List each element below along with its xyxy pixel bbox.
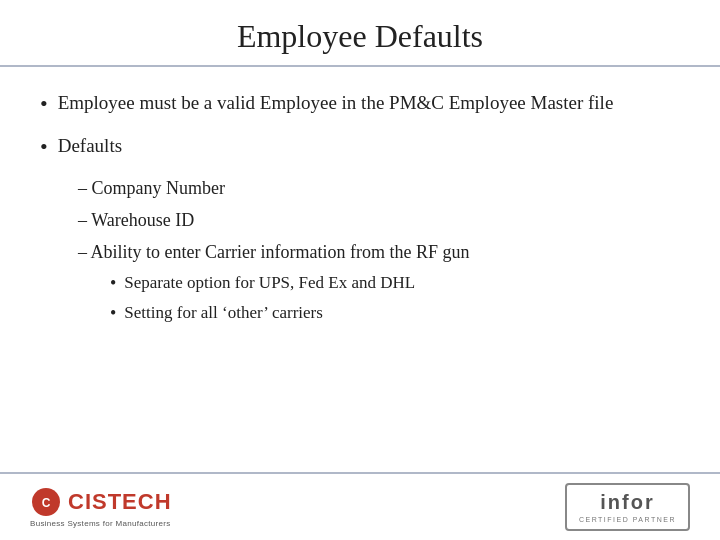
sub-sub-bullet-1: • Separate option for UPS, Fed Ex and DH… (110, 271, 680, 296)
sub-sub-bullet-2-dot: • (110, 301, 116, 326)
cistech-logo-top: C CISTECH (30, 486, 172, 518)
sub-bullet-2: – Warehouse ID (78, 207, 680, 233)
bullet-1-dot: • (40, 89, 48, 120)
slide-footer: C CISTECH Business Systems for Manufactu… (0, 472, 720, 540)
sub-sub-bullet-1-dot: • (110, 271, 116, 296)
slide-content: • Employee must be a valid Employee in t… (0, 67, 720, 472)
bullet-1: • Employee must be a valid Employee in t… (40, 89, 680, 120)
bullet-2-dot: • (40, 132, 48, 163)
infor-logo: infor CERTIFIED PARTNER (565, 483, 690, 531)
cistech-icon: C (30, 486, 62, 518)
cistech-logo: C CISTECH Business Systems for Manufactu… (30, 486, 172, 528)
bullet-1-text: Employee must be a valid Employee in the… (58, 89, 614, 117)
infor-certified: CERTIFIED PARTNER (579, 516, 676, 523)
sub-sub-bullet-2: • Setting for all ‘other’ carriers (110, 301, 680, 326)
sub-bullet-3: – Ability to enter Carrier information f… (78, 239, 680, 265)
sub-bullet-1: – Company Number (78, 175, 680, 201)
bullet-2: • Defaults (40, 132, 680, 163)
cistech-tagline: Business Systems for Manufacturers (30, 519, 170, 528)
sub-bullets-list: – Company Number – Warehouse ID – Abilit… (78, 175, 680, 327)
svg-text:C: C (42, 496, 51, 510)
sub-sub-bullet-1-text: Separate option for UPS, Fed Ex and DHL (124, 271, 415, 295)
bullet-2-text: Defaults (58, 132, 122, 160)
slide-title: Employee Defaults (40, 18, 680, 55)
sub-sub-bullet-2-text: Setting for all ‘other’ carriers (124, 301, 323, 325)
slide-header: Employee Defaults (0, 0, 720, 67)
slide: Employee Defaults • Employee must be a v… (0, 0, 720, 540)
sub-sub-bullets-list: • Separate option for UPS, Fed Ex and DH… (110, 271, 680, 326)
infor-name: infor (600, 491, 654, 514)
cistech-name: CISTECH (68, 489, 172, 515)
